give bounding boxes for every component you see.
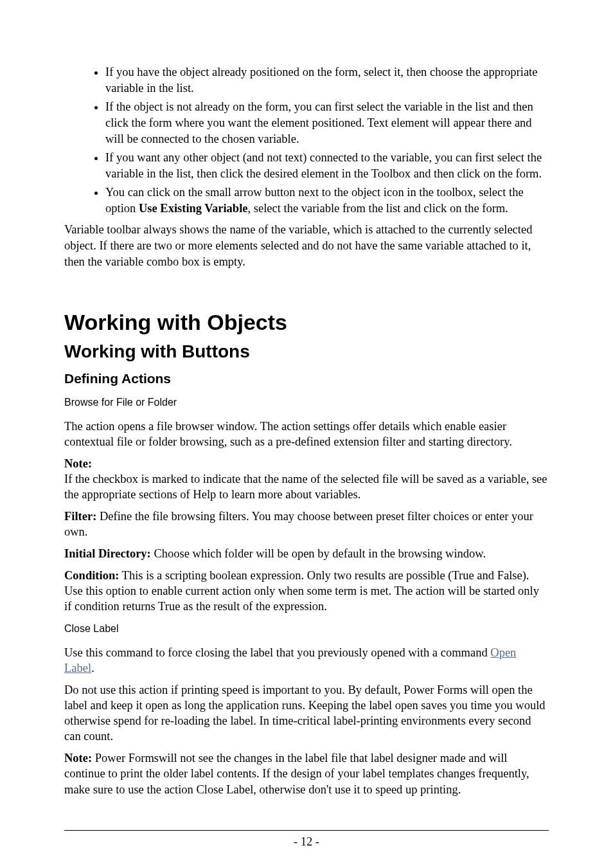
footer-divider	[64, 830, 549, 831]
close-pre: Use this command to force closing the la…	[64, 646, 490, 659]
list-item: If you want any other object (and not te…	[105, 150, 549, 182]
paragraph-note2: Note: Power Formswill not see the change…	[64, 750, 549, 797]
intro-paragraph: Variable toolbar always shows the name o…	[64, 222, 549, 270]
paragraph-condition: Condition: This is a scripting boolean e…	[64, 568, 549, 614]
close-post: .	[91, 662, 94, 674]
heading-working-with-objects: Working with Objects	[64, 310, 549, 335]
paragraph-close-1: Use this command to force closing the la…	[64, 645, 549, 676]
bullet-list: If you have the object already positione…	[64, 64, 549, 217]
note2-label: Note:	[64, 752, 92, 764]
list-item: If the object is not already on the form…	[105, 99, 549, 147]
heading-defining-actions: Defining Actions	[64, 371, 549, 386]
paragraph-browse: The action opens a file browser window. …	[64, 419, 549, 449]
subheading-browse-for-file: Browse for File or Folder	[64, 397, 549, 408]
heading-working-with-buttons: Working with Buttons	[64, 341, 549, 362]
note2-body: Power Formswill not see the changes in t…	[64, 752, 529, 795]
paragraph-filter: Filter: Define the file browsing filters…	[64, 509, 549, 539]
init-body: Choose which folder will be open by defa…	[151, 547, 486, 560]
note1-label: Note:	[64, 457, 92, 470]
note1-body: If the checkbox is marked to indicate th…	[64, 473, 547, 501]
subheading-close-label: Close Label	[64, 623, 549, 635]
paragraph-close-2: Do not use this action if printing speed…	[64, 682, 549, 744]
list-item: If you have the object already positione…	[105, 64, 549, 96]
cond-label: Condition:	[64, 569, 119, 582]
bullet4-post: , select the variable from the list and …	[248, 202, 508, 215]
paragraph-initial-directory: Initial Directory: Choose which folder w…	[64, 546, 549, 561]
page: If you have the object already positione…	[0, 0, 613, 868]
init-label: Initial Directory:	[64, 547, 151, 560]
bullet4-bold: Use Existing Variable	[139, 202, 248, 215]
filter-body: Define the file browsing filters. You ma…	[64, 510, 533, 538]
list-item: You can click on the small arrow button …	[105, 185, 549, 217]
page-number: - 12 -	[0, 835, 613, 849]
filter-label: Filter:	[64, 510, 96, 523]
cond-body: This is a scripting boolean expression. …	[64, 569, 539, 613]
paragraph-note1: Note: If the checkbox is marked to indic…	[64, 456, 549, 502]
